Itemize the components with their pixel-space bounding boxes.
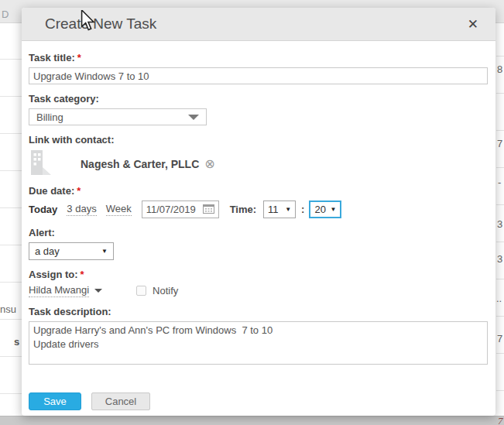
chevron-down-icon: ▼ — [285, 206, 291, 213]
background-text-fragment: nsu — [0, 303, 16, 315]
background-row-divider — [0, 96, 22, 97]
due-date-label: Due date:* — [29, 185, 488, 197]
time-separator: : — [301, 204, 304, 215]
required-asterisk: * — [81, 269, 84, 280]
assignee-dropdown[interactable]: Hilda Mwangi — [29, 284, 89, 297]
task-description-textarea[interactable]: Upgrade Harry's and Ann's PC from Window… — [29, 321, 488, 365]
modal-button-row: Save Cancel — [29, 392, 488, 410]
background-row-divider — [496, 242, 504, 242]
background-row-divider — [496, 390, 504, 391]
task-title-input[interactable] — [29, 67, 488, 84]
background-row-divider — [0, 319, 22, 320]
chevron-down-icon — [94, 289, 102, 293]
background-number-fragment: 7 — [497, 138, 502, 149]
modal-title: Create New Task — [45, 15, 156, 33]
quick-date-3days[interactable]: 3 days — [67, 203, 96, 216]
background-row-divider — [0, 133, 22, 134]
background-number-fragment: 8 — [497, 63, 502, 75]
background-number-fragment: - — [498, 177, 501, 188]
background-row-divider — [0, 356, 22, 357]
remove-contact-icon[interactable]: ⊗ — [204, 158, 214, 170]
alert-label: Alert: — [29, 227, 488, 238]
alert-value: a day — [35, 245, 60, 257]
due-date-field[interactable] — [142, 201, 219, 218]
background-row-divider — [0, 282, 22, 283]
calendar-icon[interactable] — [203, 204, 214, 216]
quick-date-week[interactable]: Week — [106, 203, 132, 216]
modal-header: Create New Task ✕ — [22, 8, 495, 41]
assign-to-label: Assign to:* — [29, 269, 488, 280]
background-text-fragment: 7 — [498, 415, 503, 425]
cancel-button[interactable]: Cancel — [91, 392, 150, 410]
minute-value: 20 — [314, 204, 325, 215]
due-date-label-text: Due date: — [29, 185, 74, 197]
background-number-fragment: 3 — [497, 253, 502, 265]
chevron-down-icon — [188, 115, 199, 120]
background-row-divider — [496, 279, 504, 279]
background-row-divider — [0, 59, 22, 60]
assign-to-label-text: Assign to: — [29, 269, 78, 280]
background-row-divider — [0, 245, 22, 245]
background-row-divider — [496, 93, 504, 94]
task-category-value: Billing — [36, 111, 63, 123]
background-bottom-bar — [0, 416, 504, 425]
alert-select[interactable]: a day ▼ — [29, 242, 114, 260]
quick-date-today[interactable]: Today — [29, 204, 57, 215]
close-icon[interactable]: ✕ — [465, 16, 482, 33]
task-category-dropdown[interactable]: Billing — [29, 108, 207, 125]
required-asterisk: * — [77, 52, 81, 63]
time-label: Time: — [230, 204, 256, 215]
task-description-label: Task description: — [29, 306, 488, 317]
hour-value: 11 — [268, 204, 279, 215]
assign-to-row: Hilda Mwangi Notify — [29, 284, 488, 297]
background-number-fragment: 3 — [497, 218, 502, 230]
due-date-input[interactable] — [146, 204, 199, 215]
company-building-icon — [30, 150, 51, 178]
notify-checkbox[interactable] — [136, 286, 146, 296]
background-row-divider — [0, 207, 22, 208]
background-row-divider — [496, 316, 504, 317]
notify-label: Notify — [153, 285, 178, 296]
background-text-fragment: s — [14, 336, 19, 348]
background-row-divider — [496, 130, 504, 131]
due-date-row: Today 3 days Week — [29, 201, 488, 218]
hour-select[interactable]: 11 ▼ — [263, 201, 296, 218]
chevron-down-icon: ▼ — [331, 206, 337, 213]
background-row-divider — [0, 170, 22, 171]
background-row-divider — [496, 204, 504, 205]
background-row-divider — [496, 353, 504, 354]
save-button[interactable]: Save — [29, 392, 81, 410]
linked-contact-row: Nagesh & Carter, PLLC ⊗ — [30, 152, 488, 177]
chevron-down-icon: ▼ — [101, 248, 108, 255]
background-number-fragment: 7 — [497, 333, 502, 344]
background-row-divider — [496, 56, 504, 57]
required-asterisk: * — [77, 185, 81, 197]
task-category-label: Task category: — [29, 93, 488, 105]
background-row-divider — [0, 393, 22, 394]
task-title-label: Task title:* — [29, 52, 488, 63]
link-contact-label: Link with contact: — [29, 134, 488, 146]
linked-contact-name: Nagesh & Carter, PLLC — [81, 158, 199, 170]
background-number-fragment: .. — [496, 293, 502, 304]
create-task-modal: Create New Task ✕ Task title:* Task cate… — [22, 8, 495, 416]
minute-select[interactable]: 20 ▼ — [309, 201, 341, 218]
background-text-fragment: D — [2, 9, 9, 20]
modal-body: Task title:* Task category: Billing Link… — [22, 41, 495, 410]
task-title-label-text: Task title: — [29, 52, 75, 63]
background-row-divider — [496, 167, 504, 168]
